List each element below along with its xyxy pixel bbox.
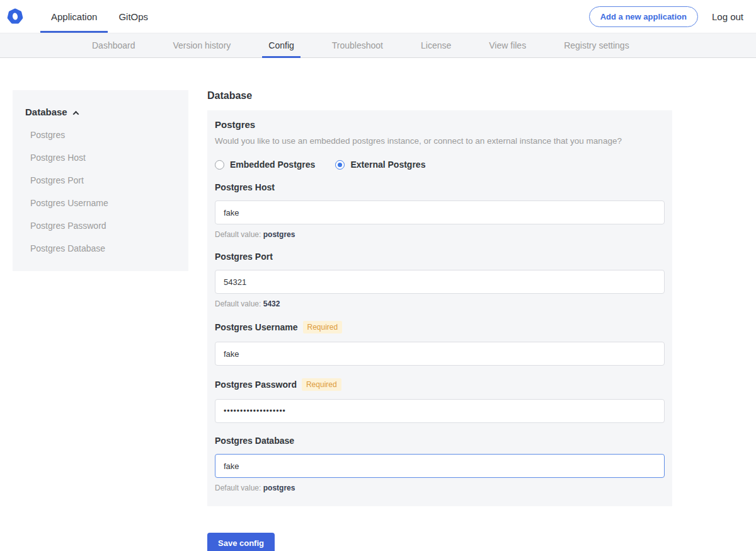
chevron-up-icon xyxy=(72,110,79,117)
sidebar-item-postgres-database[interactable]: Postgres Database xyxy=(25,243,176,253)
field-postgres-host: Postgres Host Default value: postgres xyxy=(215,182,665,239)
postgres-username-input[interactable] xyxy=(215,342,665,366)
default-value-label: Default value: xyxy=(215,484,261,492)
sub-tab-troubleshoot-label: Troubleshoot xyxy=(332,40,383,50)
postgres-port-input[interactable] xyxy=(215,270,665,294)
field-postgres-username: Postgres Username Required xyxy=(215,321,665,366)
field-postgres-password: Postgres Password Required xyxy=(215,378,665,423)
radio-embedded-postgres[interactable]: Embedded Postgres xyxy=(215,160,315,170)
postgres-port-helper: Default value: 5432 xyxy=(215,299,665,308)
postgres-password-input[interactable] xyxy=(215,399,665,423)
sub-tab-view-files-label: View files xyxy=(489,40,526,50)
config-group-card: Postgres Would you like to use an embedd… xyxy=(207,110,672,506)
sub-tab-license[interactable]: License xyxy=(402,33,470,57)
postgres-database-label: Postgres Database xyxy=(215,436,294,446)
required-badge: Required xyxy=(303,321,343,334)
postgres-database-helper: Default value: postgres xyxy=(215,484,665,492)
postgres-group-description: Would you like to use an embedded postgr… xyxy=(215,136,665,146)
top-tab-gitops[interactable]: GitOps xyxy=(108,0,159,33)
top-tab-application-label: Application xyxy=(51,11,97,22)
topnav-spacer xyxy=(159,0,589,33)
sub-tab-version-history-label: Version history xyxy=(173,40,231,50)
top-tab-application[interactable]: Application xyxy=(40,0,108,33)
postgres-host-label: Postgres Host xyxy=(215,182,275,192)
add-new-application-button[interactable]: Add a new application xyxy=(589,6,698,27)
postgres-database-input[interactable] xyxy=(215,454,665,478)
replicated-logo-icon xyxy=(6,8,24,25)
config-main: Database Postgres Would you like to use … xyxy=(207,90,672,551)
postgres-radio-row: Embedded Postgres External Postgres xyxy=(215,160,665,170)
sidebar-item-postgres-port[interactable]: Postgres Port xyxy=(25,175,176,185)
config-sidebar: Database Postgres Postgres Host Postgres… xyxy=(13,90,188,271)
radio-unchecked-icon xyxy=(215,160,224,170)
radio-external-postgres-label: External Postgres xyxy=(350,160,425,170)
required-badge: Required xyxy=(302,378,341,391)
postgres-username-label: Postgres Username xyxy=(215,322,298,332)
sub-nav: Dashboard Version history Config Trouble… xyxy=(0,33,756,58)
app-logo[interactable] xyxy=(6,0,24,33)
postgres-password-label: Postgres Password xyxy=(215,380,297,390)
page-title: Database xyxy=(207,90,672,102)
sidebar-item-postgres-username[interactable]: Postgres Username xyxy=(25,198,176,208)
field-postgres-database: Postgres Database Default value: postgre… xyxy=(215,436,665,492)
sub-tab-config-label: Config xyxy=(268,40,294,50)
top-nav: Application GitOps Add a new application… xyxy=(0,0,756,33)
sub-tab-config[interactable]: Config xyxy=(249,33,312,57)
default-value-label: Default value: xyxy=(215,230,261,239)
content-area: Database Postgres Postgres Host Postgres… xyxy=(0,90,756,551)
postgres-host-input[interactable] xyxy=(215,200,665,224)
sub-tab-version-history[interactable]: Version history xyxy=(154,33,250,57)
field-postgres-port: Postgres Port Default value: 5432 xyxy=(215,252,665,308)
sub-tab-registry-settings-label: Registry settings xyxy=(564,40,629,50)
top-tab-gitops-label: GitOps xyxy=(118,11,148,22)
save-config-button[interactable]: Save config xyxy=(207,533,275,551)
logout-link[interactable]: Log out xyxy=(712,11,743,22)
sidebar-item-postgres-host[interactable]: Postgres Host xyxy=(25,153,176,163)
default-value-text: postgres xyxy=(263,484,295,492)
sidebar-item-postgres-password[interactable]: Postgres Password xyxy=(25,221,176,231)
default-value-text: 5432 xyxy=(263,299,280,308)
sub-tab-view-files[interactable]: View files xyxy=(470,33,545,57)
sidebar-item-postgres[interactable]: Postgres xyxy=(25,130,176,140)
sub-tab-license-label: License xyxy=(421,40,451,50)
postgres-group-label: Postgres xyxy=(215,119,665,130)
sidebar-item-list: Postgres Postgres Host Postgres Port Pos… xyxy=(25,130,176,253)
radio-external-postgres[interactable]: External Postgres xyxy=(335,160,425,170)
sub-tab-dashboard[interactable]: Dashboard xyxy=(73,33,154,57)
radio-checked-icon xyxy=(335,160,345,170)
sub-tab-registry-settings[interactable]: Registry settings xyxy=(545,33,648,57)
sub-tab-troubleshoot[interactable]: Troubleshoot xyxy=(313,33,402,57)
default-value-text: postgres xyxy=(263,230,295,239)
radio-embedded-postgres-label: Embedded Postgres xyxy=(230,160,315,170)
sub-tab-dashboard-label: Dashboard xyxy=(92,40,135,50)
sidebar-group-database[interactable]: Database xyxy=(25,107,176,117)
postgres-radio-group: Postgres Would you like to use an embedd… xyxy=(215,119,665,170)
sidebar-group-database-label: Database xyxy=(25,107,67,117)
default-value-label: Default value: xyxy=(215,299,261,308)
postgres-host-helper: Default value: postgres xyxy=(215,230,665,239)
postgres-port-label: Postgres Port xyxy=(215,252,273,262)
